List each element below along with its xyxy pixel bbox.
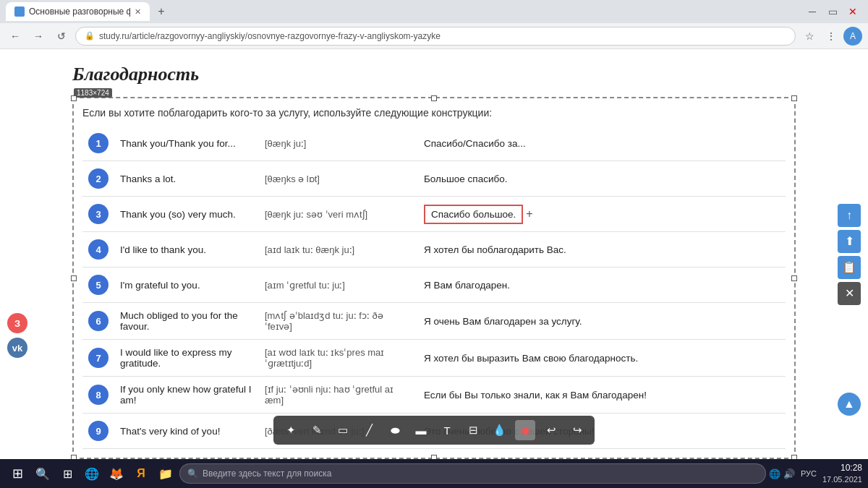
- phrase-phonetic: [aɪm ˈɡretful tuː juː]: [259, 267, 418, 303]
- network-icon[interactable]: 🌐: [769, 468, 780, 479]
- sidebar-upload-icon[interactable]: ↑: [838, 204, 861, 227]
- size-badge: 1183×724: [74, 88, 112, 98]
- phrase-phonetic: [θæŋk juː]: [259, 126, 418, 161]
- taskbar-search-icon[interactable]: 🔍: [32, 463, 54, 484]
- draw-ellipse-button[interactable]: ⬬: [385, 420, 405, 440]
- taskbar-windows-icon[interactable]: ⊞: [56, 463, 78, 484]
- taskbar-pinned-icons: 🔍 ⊞ 🌐 🦊 Я 📁: [32, 463, 176, 484]
- taskbar-folder-icon[interactable]: 📁: [155, 463, 176, 484]
- draw-table-button[interactable]: ⊟: [463, 420, 483, 440]
- phrase-english: Thank you/Thank you for...: [114, 126, 259, 161]
- active-tab[interactable]: Основные разговорные фраз... ✕: [6, 2, 150, 21]
- phrase-number: 7: [88, 348, 109, 368]
- draw-undo-button[interactable]: ↩: [541, 420, 561, 440]
- taskbar-right-area: 🌐 🔊 РУС 10:28 17.05.2021: [769, 462, 862, 485]
- sidebar-arrow-icon[interactable]: ⬆: [838, 230, 861, 253]
- draw-color-button[interactable]: 💧: [489, 420, 509, 440]
- vk-icon[interactable]: vk: [7, 338, 27, 358]
- phrase-english: I'm grateful to you.: [114, 267, 259, 303]
- toolbar-icons: ☆ ⋮ A: [800, 27, 862, 46]
- taskbar-clock[interactable]: 10:28 17.05.2021: [822, 462, 862, 485]
- start-button[interactable]: ⊞: [6, 462, 29, 485]
- taskbar-search-bar[interactable]: 🔍 Введите здесь текст для поиска: [179, 463, 766, 484]
- language-indicator[interactable]: РУС: [801, 469, 817, 478]
- settings-button[interactable]: ⋮: [822, 27, 841, 46]
- table-row: 7I would like to express my gratitude.[a…: [82, 340, 786, 377]
- window-restore-button[interactable]: ▭: [823, 2, 842, 21]
- resize-handle-topleft[interactable]: [71, 95, 77, 101]
- browser-titlebar: Основные разговорные фраз... ✕ + ─ ▭ ✕: [0, 0, 868, 23]
- phrase-number: 2: [88, 168, 109, 189]
- resize-handle-midright[interactable]: [791, 275, 797, 281]
- phrases-table: 1Thank you/Thank you for...[θæŋk juː]Спа…: [82, 126, 786, 449]
- phrase-russian: Я хотел бы выразить Вам свою благодарнос…: [418, 340, 786, 377]
- page-content: З vk Благодарность 1183×724 Если вы хоти…: [0, 49, 868, 459]
- draw-arrow-button[interactable]: ✦: [281, 420, 301, 440]
- draw-text-button[interactable]: T: [437, 420, 457, 440]
- phrase-number: 9: [88, 421, 109, 441]
- table-row: 4I'd like to thank you.[aɪd laɪk tuː θæŋ…: [82, 232, 786, 267]
- draw-fill-button[interactable]: ▬: [411, 420, 431, 440]
- phrase-english: If you only knew how grateful I am!: [114, 377, 259, 414]
- phrase-russian: Большое спасибо.: [418, 161, 786, 197]
- table-row: 2Thanks a lot.[θæŋks ə lɒt]Большое спаси…: [82, 161, 786, 197]
- phrase-number: 4: [88, 239, 109, 260]
- volume-icon[interactable]: 🔊: [783, 468, 795, 479]
- resize-handle-botright[interactable]: [791, 455, 797, 459]
- phrase-russian: Я очень Вам благодарен за услугу.: [418, 303, 786, 340]
- phrase-english: Thank you (so) very much.: [114, 197, 259, 232]
- browser-toolbar: ← → ↺ 🔒 study.ru/article/razgovornyy-ang…: [0, 23, 868, 49]
- draw-record-button[interactable]: ⏺: [515, 420, 535, 440]
- draw-line-button[interactable]: ╱: [359, 420, 379, 440]
- back-button[interactable]: ←: [6, 27, 25, 46]
- taskbar-yandex-icon[interactable]: Я: [130, 463, 152, 484]
- window-minimize-button[interactable]: ─: [803, 2, 822, 21]
- phrase-number: 3: [88, 204, 109, 224]
- phrase-russian: Спасибо/Спасибо за...: [418, 126, 786, 161]
- new-tab-button[interactable]: +: [153, 3, 170, 20]
- phrase-english: Much obliged to you for the favour.: [114, 303, 259, 340]
- phrase-english: I would like to express my gratitude.: [114, 340, 259, 377]
- resize-handle-topmid[interactable]: [431, 95, 437, 101]
- refresh-button[interactable]: ↺: [52, 27, 71, 46]
- phrase-english: Thanks a lot.: [114, 161, 259, 197]
- tab-close-button[interactable]: ✕: [135, 7, 141, 17]
- scroll-to-top-button[interactable]: ▲: [838, 393, 861, 416]
- table-row: 3Thank you (so) very much.[θæŋk juː səʊ …: [82, 197, 786, 232]
- phrase-russian: Я Вам благодарен.: [418, 267, 786, 303]
- right-sidebar: ↑ ⬆ 📋 ✕: [838, 204, 861, 305]
- taskbar: ⊞ 🔍 ⊞ 🌐 🦊 Я 📁 🔍 Введите здесь текст для …: [0, 459, 868, 488]
- taskbar-chrome-icon[interactable]: 🌐: [81, 463, 103, 484]
- draw-rect-button[interactable]: ▭: [333, 420, 353, 440]
- window-close-button[interactable]: ✕: [843, 2, 862, 21]
- sidebar-close-icon[interactable]: ✕: [838, 282, 861, 305]
- zen-icon[interactable]: З: [7, 313, 27, 333]
- phrase-number: 5: [88, 275, 109, 295]
- draw-redo-button[interactable]: ↪: [567, 420, 587, 440]
- cursor-indicator: +: [526, 207, 532, 221]
- table-row: 8If you only knew how grateful I am![ɪf …: [82, 377, 786, 414]
- selection-box: 1183×724 Если вы хотите поблагодарить ко…: [72, 97, 796, 459]
- forward-button[interactable]: →: [29, 27, 48, 46]
- phrase-russian: Спасибо большое.+: [418, 197, 786, 232]
- user-avatar[interactable]: A: [843, 27, 862, 46]
- page-title: Благодарность: [72, 64, 796, 85]
- taskbar-firefox-icon[interactable]: 🦊: [106, 463, 127, 484]
- system-tray-icons: 🌐 🔊: [769, 468, 795, 479]
- taskbar-search-icon2: 🔍: [187, 468, 198, 479]
- phrase-phonetic: [aɪ wʊd laɪk tuː ɪksˈpres maɪ ˈɡrætɪtjuː…: [259, 340, 418, 377]
- left-social-icons: З vk: [7, 313, 27, 358]
- resize-handle-midleft[interactable]: [71, 275, 77, 281]
- address-bar[interactable]: 🔒 study.ru/article/razgovornyy-angliyski…: [75, 27, 796, 46]
- intro-text: Если вы хотите поблагодарить кого-то за …: [82, 107, 786, 119]
- resize-handle-botleft[interactable]: [71, 455, 77, 459]
- draw-pen-button[interactable]: ✎: [307, 420, 327, 440]
- resize-handle-topright[interactable]: [791, 95, 797, 101]
- sidebar-doc-icon[interactable]: 📋: [838, 256, 861, 279]
- bookmark-star-button[interactable]: ☆: [800, 27, 819, 46]
- tab-favicon: [14, 7, 25, 17]
- phrase-phonetic: [aɪd laɪk tuː θæŋk juː]: [259, 232, 418, 267]
- url-text: study.ru/article/razgovornyy-angliyskiy/…: [99, 31, 441, 41]
- table-row: 5I'm grateful to you.[aɪm ˈɡretful tuː j…: [82, 267, 786, 303]
- resize-handle-botmid[interactable]: [431, 455, 437, 459]
